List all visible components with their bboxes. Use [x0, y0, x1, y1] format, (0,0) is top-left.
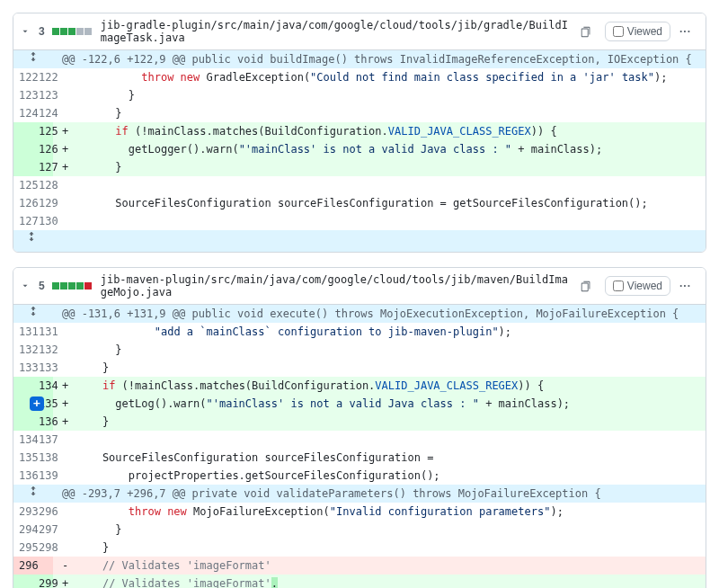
diff-line-added: 299+ // Validates 'imageFormat'. [13, 575, 706, 588]
diffstat [52, 28, 92, 35]
expand-hunk-icon[interactable] [13, 485, 53, 503]
diff-line-deleted: 296- // Validates 'imageFormat' [13, 557, 706, 575]
diff-line: 294297 } [13, 521, 706, 539]
hunk-text: @@ -122,6 +122,9 @@ public void buildIma… [53, 50, 706, 68]
diff-line: 125128 [13, 176, 706, 194]
hunk-text: @@ -293,7 +296,7 @@ private void validat… [53, 485, 706, 503]
diff-line: 124124 } [13, 104, 706, 122]
hunk-text: @@ -131,6 +131,9 @@ public void execute(… [53, 305, 706, 323]
diff-table: @@ -131,6 +131,9 @@ public void execute(… [13, 305, 706, 588]
copy-path-icon[interactable] [578, 23, 594, 40]
copy-path-icon[interactable] [578, 278, 594, 294]
diff-line: 127130 [13, 212, 706, 230]
viewed-label: Viewed [627, 25, 662, 38]
diff-line: 131131 "add a `mainClass` configuration … [13, 323, 706, 341]
diff-line: 136139 projectProperties.getSourceFilesC… [13, 467, 706, 485]
collapse-toggle[interactable] [21, 281, 30, 290]
hunk-header: @@ -131,6 +131,9 @@ public void execute(… [13, 305, 706, 323]
diff-line-added: 136+ } [13, 413, 706, 431]
collapse-toggle[interactable] [21, 27, 30, 36]
viewed-toggle[interactable]: Viewed [605, 22, 670, 41]
diff-line-added: 134+ if (!mainClass.matches(BuildConfigu… [13, 377, 706, 395]
diff-line: 134137 [13, 431, 706, 449]
changes-count: 3 [39, 25, 45, 38]
diff-line: 122122 throw new GradleException("Could … [13, 68, 706, 86]
viewed-checkbox[interactable] [613, 26, 624, 37]
diff-line-added: 126+ getLogger().warn("'mainClass' is no… [13, 140, 706, 158]
diff-line: 295298 } [13, 539, 706, 557]
add-comment-icon[interactable]: + [30, 396, 44, 411]
hunk-header: @@ -293,7 +296,7 @@ private void validat… [13, 485, 706, 503]
diff-line: 123123 } [13, 86, 706, 104]
expand-hunk-icon[interactable] [13, 305, 53, 323]
file-path[interactable]: jib-gradle-plugin/src/main/java/com/goog… [101, 19, 573, 44]
file-menu-icon[interactable]: ··· [676, 278, 695, 294]
diff-line: 135138 SourceFilesConfiguration sourceFi… [13, 449, 706, 467]
diff-line: 133133 } [13, 359, 706, 377]
hunk-header: @@ -122,6 +122,9 @@ public void buildIma… [13, 50, 706, 68]
diff-line-added: 127+ } [13, 158, 706, 176]
diff-line: 293296 throw new MojoFailureException("I… [13, 503, 706, 521]
diff-file: 5 jib-maven-plugin/src/main/java/com/goo… [13, 267, 706, 588]
expand-hunk-icon[interactable] [13, 50, 53, 68]
viewed-label: Viewed [627, 280, 662, 292]
diff-line-added: +135+ getLog().warn("'mainClass' is not … [13, 395, 706, 413]
diff-line: 126129 SourceFilesConfiguration sourceFi… [13, 194, 706, 212]
file-path[interactable]: jib-maven-plugin/src/main/java/com/googl… [101, 273, 573, 298]
viewed-toggle[interactable]: Viewed [605, 276, 670, 296]
file-header: 3 jib-gradle-plugin/src/main/java/com/go… [13, 13, 706, 50]
viewed-checkbox[interactable] [613, 281, 624, 291]
diff-line: 132132 } [13, 341, 706, 359]
changes-count: 5 [39, 280, 45, 292]
diffstat [52, 282, 92, 290]
diff-file: 3 jib-gradle-plugin/src/main/java/com/go… [13, 13, 706, 253]
expand-down[interactable] [13, 230, 706, 252]
file-header: 5 jib-maven-plugin/src/main/java/com/goo… [13, 268, 706, 305]
file-menu-icon[interactable]: ··· [676, 23, 695, 40]
diff-line-added: 125+ if (!mainClass.matches(BuildConfigu… [13, 122, 706, 140]
diff-table: @@ -122,6 +122,9 @@ public void buildIma… [13, 50, 706, 252]
